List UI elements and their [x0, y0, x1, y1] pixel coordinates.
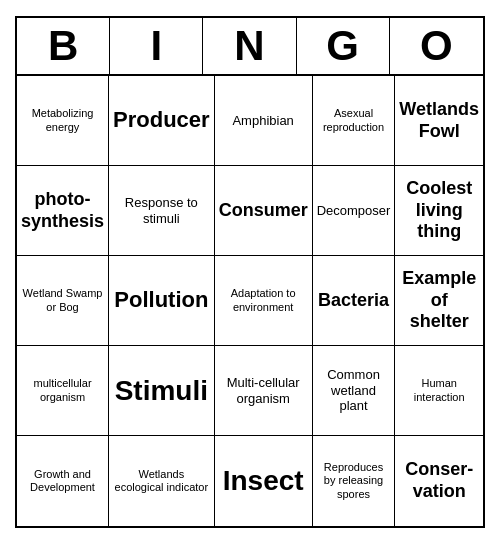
bingo-cell: Producer [109, 76, 215, 166]
header-letter: O [390, 18, 483, 74]
bingo-cell: photo-synthesis [17, 166, 109, 256]
bingo-cell: Reproduces by releasing spores [313, 436, 396, 526]
bingo-header: BINGO [17, 18, 483, 76]
bingo-cell: Asexual reproduction [313, 76, 396, 166]
bingo-cell: Adaptation to environment [215, 256, 313, 346]
bingo-cell: Multi-cellular organism [215, 346, 313, 436]
bingo-card: BINGO Metabolizing energyProducerAmphibi… [15, 16, 485, 528]
bingo-cell: multicellular organism [17, 346, 109, 436]
bingo-cell: Decomposer [313, 166, 396, 256]
bingo-cell: Example of shelter [395, 256, 483, 346]
bingo-cell: Amphibian [215, 76, 313, 166]
bingo-cell: Human interaction [395, 346, 483, 436]
bingo-cell: Insect [215, 436, 313, 526]
bingo-cell: Bacteria [313, 256, 396, 346]
bingo-cell: Conser-vation [395, 436, 483, 526]
header-letter: I [110, 18, 203, 74]
bingo-grid: Metabolizing energyProducerAmphibianAsex… [17, 76, 483, 526]
header-letter: B [17, 18, 110, 74]
header-letter: G [297, 18, 390, 74]
bingo-cell: Metabolizing energy [17, 76, 109, 166]
bingo-cell: Coolest living thing [395, 166, 483, 256]
bingo-cell: Wetland Swamp or Bog [17, 256, 109, 346]
bingo-cell: Consumer [215, 166, 313, 256]
bingo-cell: Pollution [109, 256, 215, 346]
bingo-cell: Common wetland plant [313, 346, 396, 436]
bingo-cell: Growth and Development [17, 436, 109, 526]
bingo-cell: Wetlands ecological indicator [109, 436, 215, 526]
bingo-cell: Wetlands Fowl [395, 76, 483, 166]
bingo-cell: Response to stimuli [109, 166, 215, 256]
bingo-cell: Stimuli [109, 346, 215, 436]
header-letter: N [203, 18, 296, 74]
